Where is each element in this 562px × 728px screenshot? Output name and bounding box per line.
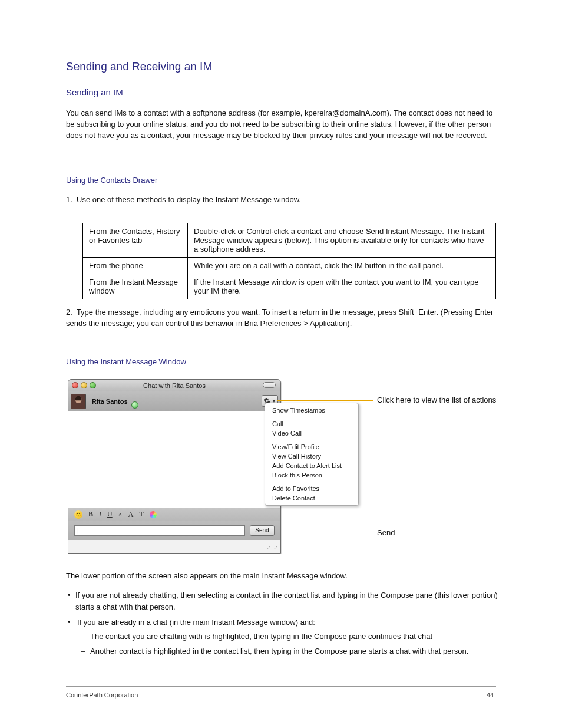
menu-item-call[interactable]: Call: [265, 419, 358, 429]
callout-actions-label: Click here to view the list of actions: [377, 396, 496, 404]
toolbar-pill-icon[interactable]: [263, 382, 276, 388]
contact-bar: Rita Santos ▼: [68, 391, 280, 411]
font-button[interactable]: T: [140, 510, 144, 519]
contact-name: Rita Santos: [92, 398, 128, 405]
underline-button[interactable]: U: [107, 510, 113, 519]
below-chat-paragraph: The lower portion of the screen also app…: [66, 571, 496, 582]
color-picker-icon[interactable]: [150, 511, 157, 518]
message-input[interactable]: |: [74, 525, 245, 536]
table-cell: Double-click or Control-click a contact …: [188, 223, 496, 258]
menu-item-video-call[interactable]: Video Call: [265, 429, 358, 438]
heading-sending-im: Sending an IM: [66, 87, 123, 97]
table-cell: From the Contacts, History or Favorites …: [83, 223, 188, 258]
resize-grip-icon[interactable]: ⟋⟋: [265, 543, 279, 552]
menu-item-view-edit-profile[interactable]: View/Edit Profile: [265, 442, 358, 452]
footer-rule: [66, 686, 496, 687]
heading-sending-receiving: Sending and Receiving an IM: [66, 60, 212, 73]
table-row: From the phone While you are on a call w…: [83, 258, 496, 274]
menu-item-add-to-favorites[interactable]: Add to Favorites: [265, 484, 358, 493]
intro-paragraph: You can send IMs to a contact with a sof…: [66, 108, 496, 141]
table-row: From the Contacts, History or Favorites …: [83, 223, 496, 258]
table-cell: From the Instant Message window: [83, 274, 188, 299]
compose-row: | Send: [68, 521, 280, 540]
after-table-text: Type the message, including any emoticon…: [66, 308, 493, 328]
send-button[interactable]: Send: [250, 525, 275, 536]
menu-item-block-person[interactable]: Block this Person: [265, 470, 358, 480]
menu-item-show-timestamps[interactable]: Show Timestamps: [265, 406, 358, 415]
menu-item-add-to-alert-list[interactable]: Add Contact to Alert List: [265, 461, 358, 470]
presence-available-icon: [131, 401, 138, 409]
bullet-text: Another contact is highlighted in the co…: [90, 645, 468, 657]
chat-window: Chat with Rita Santos Rita Santos ▼ 🙂 B …: [68, 379, 281, 554]
callout-line: [244, 533, 373, 533]
steps-intro-text: Use one of these methods to display the …: [77, 195, 301, 204]
callout-send-label: Send: [377, 528, 395, 537]
steps-intro: 1. Use one of these methods to display t…: [66, 195, 490, 206]
menu-item-delete-contact[interactable]: Delete Contact: [265, 493, 358, 503]
bullet-text: If you are not already chatting, then se…: [75, 589, 498, 613]
heading-using-im-window: Using the Instant Message Window: [66, 357, 186, 366]
actions-menu: Show Timestamps Call Video Call View/Edi…: [265, 403, 359, 506]
bold-button[interactable]: B: [88, 510, 93, 519]
avatar[interactable]: [71, 394, 86, 409]
menu-item-view-call-history[interactable]: View Call History: [265, 452, 358, 461]
methods-table: From the Contacts, History or Favorites …: [82, 223, 496, 299]
callout-line: [277, 400, 373, 401]
italic-button[interactable]: I: [99, 510, 101, 519]
menu-separator: [265, 417, 358, 417]
font-larger-button[interactable]: A: [128, 510, 133, 519]
conversation-area: [68, 411, 280, 508]
heading-using-contacts-drawer: Using the Contacts Drawer: [66, 176, 157, 185]
format-toolbar: 🙂 B I U A A T: [68, 508, 280, 521]
font-smaller-button[interactable]: A: [118, 512, 123, 518]
table-cell: If the Instant Message window is open wi…: [188, 274, 496, 299]
bullet-text: If you are already in a chat (in the mai…: [77, 617, 315, 628]
bullet-list: •If you are not already chatting, then s…: [68, 589, 498, 657]
table-cell: From the phone: [83, 258, 188, 274]
emoji-icon[interactable]: 🙂: [74, 510, 82, 519]
after-table-paragraph: 2. Type the message, including any emoti…: [66, 307, 496, 330]
titlebar[interactable]: Chat with Rita Santos: [68, 380, 280, 391]
table-row: From the Instant Message window If the I…: [83, 274, 496, 299]
footer-page-number: 44: [487, 691, 494, 699]
menu-separator: [265, 440, 358, 440]
window-title: Chat with Rita Santos: [68, 382, 280, 389]
menu-separator: [265, 482, 358, 482]
footer-left: CounterPath Corporation: [66, 691, 138, 699]
table-cell: While you are on a call with a contact, …: [188, 258, 496, 274]
bullet-text: The contact you are chatting with is hig…: [90, 631, 432, 643]
